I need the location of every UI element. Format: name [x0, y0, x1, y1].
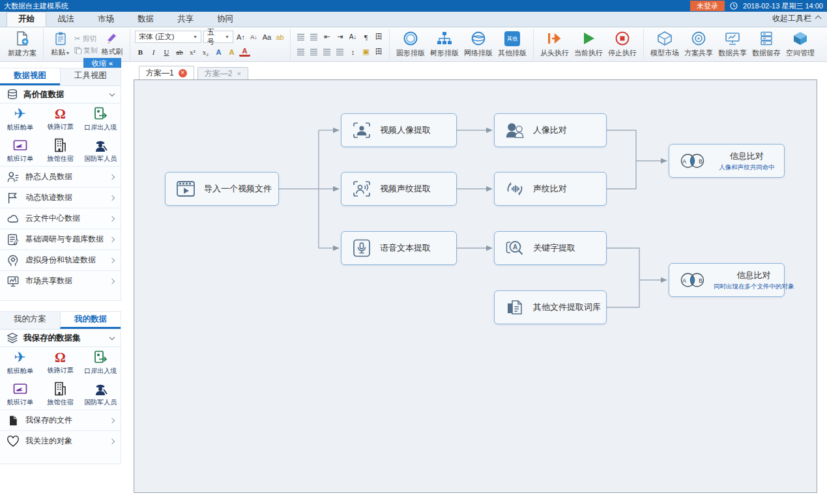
doc-tab-plan1[interactable]: 方案—1 ×: [139, 66, 194, 79]
tab-data[interactable]: 数据: [126, 12, 166, 27]
format-painter-button[interactable]: 格式刷: [99, 29, 125, 60]
network-layout-button[interactable]: 网络排版: [462, 29, 495, 60]
text-highlight-color-button[interactable]: A: [226, 46, 237, 57]
flow-canvas[interactable]: 导入一个视频文件 视频人像提取 视频声纹提取: [134, 79, 817, 493]
strikethrough-button[interactable]: ab: [174, 46, 185, 57]
close-tab-icon[interactable]: ×: [237, 70, 240, 77]
table-button[interactable]: 田: [373, 31, 384, 42]
data-share-button[interactable]: 数据共享: [716, 29, 749, 60]
dataset-military-personnel[interactable]: 国防军人员: [80, 135, 121, 166]
high-value-data-header[interactable]: 高价值数据: [0, 86, 121, 104]
tab-my-data[interactable]: 我的数据: [60, 312, 121, 329]
font-size-select[interactable]: 五号▼: [203, 31, 233, 43]
align-left-button[interactable]: [295, 46, 306, 57]
border-pass-icon: [93, 106, 108, 122]
category-static-person[interactable]: 静态人员数据: [0, 166, 121, 187]
tab-tool-view[interactable]: 工具视图: [60, 68, 121, 85]
dataset-flight-order[interactable]: 航班订单: [0, 135, 40, 166]
tab-collab[interactable]: 协同: [205, 12, 245, 27]
tree-layout-button[interactable]: 树形排版: [428, 29, 461, 60]
new-plan-button[interactable]: 新建方案: [6, 29, 38, 60]
tab-start[interactable]: 开始: [7, 12, 46, 27]
collapse-toolbar-button[interactable]: 收起工具栏: [772, 13, 820, 27]
saved-flight-manifest[interactable]: ✈ 航班舱单: [0, 347, 40, 378]
other-layout-button[interactable]: 其他 其他排版: [496, 29, 529, 60]
change-case-button[interactable]: Aa: [261, 31, 272, 42]
tab-tactics[interactable]: 战法: [46, 12, 86, 27]
category-research-library[interactable]: 基础调研与专题库数据: [0, 229, 121, 249]
underline-button[interactable]: U: [161, 46, 172, 57]
subscript-button[interactable]: x₂: [200, 46, 211, 57]
superscript-button[interactable]: x²: [187, 46, 198, 57]
decrease-indent-button[interactable]: ⇤: [321, 31, 332, 42]
justify-button[interactable]: [334, 46, 345, 57]
tab-my-plans[interactable]: 我的方案: [0, 312, 60, 329]
tab-share[interactable]: 共享: [166, 12, 205, 27]
stop-button[interactable]: 停止执行: [606, 29, 639, 60]
dataset-rail-ticket[interactable]: Ω 铁路订票: [40, 104, 81, 135]
line-spacing-button[interactable]: ↕: [347, 46, 358, 57]
category-cloud-files[interactable]: 云文件中心数据: [0, 208, 121, 229]
login-status-badge[interactable]: 未登录: [690, 1, 725, 11]
node-face-compare[interactable]: 人像比对: [494, 113, 607, 147]
category-market-shared[interactable]: 市场共享数据: [0, 270, 121, 291]
font-color-button[interactable]: A: [239, 48, 250, 57]
model-market-button[interactable]: 模型市场: [648, 29, 681, 60]
cut-button[interactable]: ✂ 剪切: [74, 34, 98, 43]
run-current-button[interactable]: 当前执行: [572, 29, 605, 60]
bold-button[interactable]: B: [135, 46, 146, 57]
node-video-face-extract[interactable]: 视频人像提取: [341, 113, 457, 147]
space-manage-button[interactable]: 空间管理: [784, 29, 817, 60]
saved-rail-ticket[interactable]: Ω 铁路订票: [40, 347, 81, 378]
close-tab-icon[interactable]: ×: [179, 69, 187, 77]
new-document-icon: [14, 31, 30, 46]
run-from-start-button[interactable]: 从头执行: [538, 29, 571, 60]
font-family-select[interactable]: 宋体 (正文)▼: [135, 31, 201, 43]
my-followed-objects[interactable]: 我关注的对象: [0, 430, 121, 451]
bullet-list-button[interactable]: [295, 31, 306, 42]
text-effects-button[interactable]: A: [213, 46, 224, 57]
saved-flight-order[interactable]: 航班订单: [0, 378, 40, 410]
dataset-border-entry[interactable]: 口岸出入境: [80, 104, 121, 135]
increase-indent-button[interactable]: ⇥: [334, 31, 345, 42]
my-saved-files[interactable]: 我保存的文件: [0, 410, 121, 430]
node-video-voiceprint-extract[interactable]: 视频声纹提取: [341, 172, 457, 206]
highlight-button[interactable]: ab: [274, 31, 285, 42]
sidebar-collapse-button[interactable]: 收缩 «: [83, 58, 121, 68]
node-info-compare-1[interactable]: A B 信息比对 人像和声纹共同命中: [669, 144, 785, 178]
paste-button[interactable]: 粘贴▼: [48, 29, 73, 60]
node-keyword-extract[interactable]: A 关键字提取: [494, 231, 607, 265]
numbered-list-button[interactable]: [308, 31, 319, 42]
tab-data-view[interactable]: 数据视图: [0, 68, 60, 85]
doc-tab-plan2[interactable]: 方案—2 ×: [197, 67, 248, 79]
video-file-icon: [176, 180, 196, 198]
saved-hotel-stay[interactable]: 旅馆住宿: [40, 378, 81, 410]
node-import-video[interactable]: 导入一个视频文件: [165, 172, 279, 206]
circle-layout-button[interactable]: 圆形排版: [394, 29, 427, 60]
node-voiceprint-compare[interactable]: 声纹比对: [494, 172, 607, 206]
dataset-hotel-stay[interactable]: 旅馆住宿: [40, 135, 81, 166]
align-right-button[interactable]: [321, 46, 332, 57]
shrink-font-button[interactable]: A↓: [248, 31, 259, 42]
italic-button[interactable]: I: [148, 46, 159, 57]
copy-button[interactable]: 复制: [74, 46, 98, 55]
saved-military-personnel[interactable]: 国防军人员: [80, 378, 121, 410]
saved-border-entry[interactable]: 口岸出入境: [80, 347, 121, 378]
borders-button[interactable]: 田: [373, 46, 384, 57]
dataset-flight-manifest[interactable]: ✈ 航班舱单: [0, 104, 40, 135]
data-retention-button[interactable]: 数据留存: [750, 29, 783, 60]
node-other-files-lexicon[interactable]: 其他文件提取词库: [494, 290, 607, 324]
saved-datasets-header[interactable]: 我保存的数据集: [0, 329, 121, 347]
node-speech-text-extract[interactable]: 语音文本提取: [341, 231, 457, 265]
keyword-search-icon: A: [505, 239, 525, 257]
category-virtual-identity[interactable]: 虚拟身份和轨迹数据: [0, 249, 121, 270]
shading-button[interactable]: ▣: [360, 46, 371, 57]
paragraph-mark-button[interactable]: ¶: [360, 31, 371, 42]
sort-button[interactable]: A↓: [347, 31, 358, 42]
grow-font-button[interactable]: A↑: [235, 31, 246, 42]
align-center-button[interactable]: [308, 46, 319, 57]
node-info-compare-2[interactable]: A B 信息比对 同时出现在多个文件中的对象: [669, 263, 785, 297]
category-dynamic-track[interactable]: 动态轨迹数据: [0, 187, 121, 208]
plan-share-button[interactable]: 方案共享: [682, 29, 715, 60]
tab-market[interactable]: 市场: [86, 12, 126, 27]
